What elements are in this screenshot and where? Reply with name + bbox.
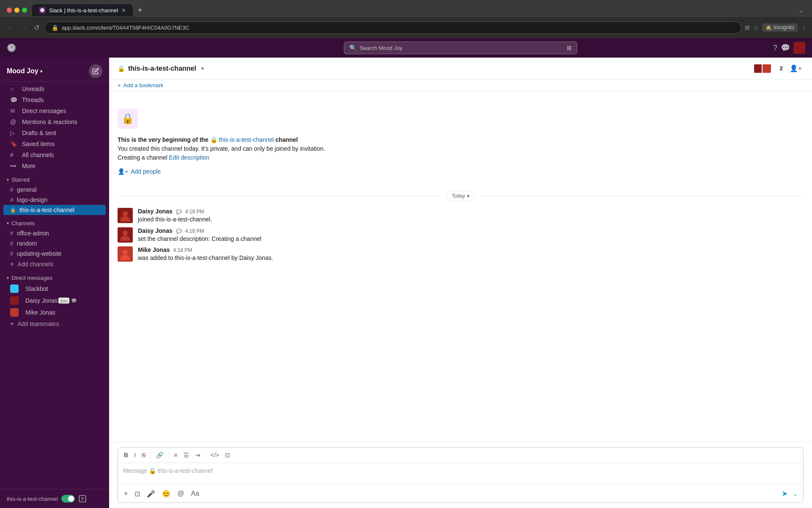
hash-icon-general: # <box>10 186 14 193</box>
channel-name-header: this-is-a-test-channel <box>128 65 196 72</box>
sidebar-channel-general[interactable]: # general <box>3 185 106 195</box>
sidebar-dm-daisy[interactable]: Daisy Jonas you 💬 <box>3 295 106 306</box>
tab-close-btn[interactable]: ✕ <box>121 7 126 14</box>
sidebar-item-mentions[interactable]: @ Mentions & reactions <box>3 116 106 127</box>
message-row: Mike Jonas 4:18 PM was added to this-is-… <box>109 245 812 264</box>
address-bar[interactable]: 🔒 app.slack.com/client/T04A4T58F4H/C04A0… <box>44 22 741 34</box>
search-filter-icon[interactable]: ⊞ <box>567 44 572 51</box>
add-people-btn[interactable]: 👤+ Add people <box>118 166 161 177</box>
code-btn[interactable]: </> <box>208 450 222 460</box>
user-avatar[interactable] <box>793 42 805 54</box>
workspace-name[interactable]: Mood Joy ▾ <box>7 67 85 75</box>
add-channels-plus-icon: + <box>10 260 14 268</box>
sidebar-item-all-channels[interactable]: # All channels <box>3 149 106 160</box>
format-btn[interactable]: Aa <box>189 488 202 500</box>
activity-btn[interactable]: 💬 <box>781 43 790 52</box>
sidebar-channel-logo-design[interactable]: # logo-design <box>3 195 106 205</box>
dm-section-header[interactable]: ▾ Direct messages <box>0 270 109 283</box>
tab-chevron-icon[interactable]: ⌄ <box>798 7 804 14</box>
strikethrough-btn[interactable]: S <box>139 450 148 460</box>
input-text-row[interactable]: Message 🔒 this-is-a-test-channel <box>118 463 803 484</box>
sidebar-channel-updating-website[interactable]: # updating-website <box>3 248 106 259</box>
forward-btn[interactable]: → <box>19 22 29 33</box>
search-input[interactable] <box>360 45 564 51</box>
send-options-btn[interactable]: ⌄ <box>791 487 800 500</box>
new-tab-btn[interactable]: + <box>134 4 146 17</box>
mention-btn[interactable]: @ <box>175 488 187 500</box>
member-count[interactable]: 2 <box>779 65 782 72</box>
member-avatars[interactable] <box>753 64 772 74</box>
link-btn[interactable]: 🔗 <box>154 450 166 460</box>
edit-description-link[interactable]: Edit description <box>169 154 209 161</box>
sidebar-item-drafts[interactable]: ▷ Drafts & sent <box>3 127 106 138</box>
file-btn[interactable]: ⊡ <box>132 488 143 500</box>
bookmark-bar[interactable]: + Add a bookmark <box>109 80 812 91</box>
sidebar-channel-random[interactable]: # random <box>3 238 106 248</box>
channel-header: 🔒 this-is-a-test-channel ▾ 2 👤+ <box>109 58 812 80</box>
more-menu-btn[interactable]: ⋮ <box>801 24 807 31</box>
channel-intro: 🔒 This is the very beginning of the 🔒 th… <box>109 91 812 186</box>
history-btn[interactable]: 🕐 <box>5 41 18 54</box>
saved-icon: 🔖 <box>10 141 19 147</box>
channel-lock-icon: 🔒 <box>118 65 125 72</box>
help-btn[interactable]: ? <box>773 44 777 52</box>
extensions-btn[interactable]: ⊞ <box>745 24 750 31</box>
search-bar[interactable]: 🔍 ⊞ <box>344 41 578 54</box>
channel-toggle[interactable] <box>61 495 75 502</box>
add-people-icon: 👤+ <box>118 168 128 175</box>
sidebar-item-label-mentions: Mentions & reactions <box>22 119 77 125</box>
channels-section-header[interactable]: ▾ Channels <box>0 215 109 228</box>
attach-btn[interactable]: + <box>121 488 130 500</box>
sidebar-channel-test[interactable]: 🔒 this-is-a-test-channel <box>3 205 106 215</box>
sidebar-dm-slackbot[interactable]: Slackbot <box>3 283 106 295</box>
sidebar-item-more[interactable]: ••• More <box>3 160 106 171</box>
ordered-list-btn[interactable]: ≡ <box>171 450 180 460</box>
refresh-btn[interactable]: ↺ <box>32 22 41 33</box>
more-icon: ••• <box>10 163 19 169</box>
nav-bar: ← → ↺ 🔒 app.slack.com/client/T04A4T58F4H… <box>0 17 812 38</box>
indent-btn[interactable]: ⇥ <box>192 450 203 460</box>
add-member-btn[interactable]: 👤+ <box>788 63 804 74</box>
minimize-window-btn[interactable] <box>14 8 19 13</box>
sidebar-dm-mike[interactable]: Mike Jonas <box>3 306 106 318</box>
bookmark-btn[interactable]: ☆ <box>753 24 759 31</box>
search-icon: 🔍 <box>349 44 357 51</box>
today-badge[interactable]: Today ▾ <box>446 191 475 201</box>
intro-channel-link[interactable]: this-is-a-test-channel <box>219 136 274 143</box>
starred-chevron-icon: ▾ <box>7 177 9 182</box>
send-btn[interactable]: ➤ <box>780 487 790 500</box>
add-channels-btn[interactable]: + Add channels <box>3 259 106 270</box>
mentions-icon: @ <box>10 119 19 125</box>
input-bottom-row: + ⊡ 🎤 😊 @ Aa ➤ ⌄ <box>118 484 803 502</box>
starred-section-header[interactable]: ▾ Starred <box>0 171 109 185</box>
sidebar-item-direct-messages-nav[interactable]: ✉ Direct messages <box>3 105 106 116</box>
italic-btn[interactable]: I <box>132 450 138 460</box>
msg-header-2: Daisy Jonas 💬 4:18 PM <box>138 227 804 234</box>
add-teammates-btn[interactable]: + Add teammates <box>3 318 106 329</box>
today-chevron-icon: ▾ <box>467 193 469 199</box>
bold-btn[interactable]: B <box>121 450 131 460</box>
channel-label-test: this-is-a-test-channel <box>19 207 74 213</box>
header-actions: 2 👤+ <box>753 63 804 74</box>
compose-btn[interactable] <box>89 64 102 78</box>
unordered-list-btn[interactable]: ☰ <box>181 450 192 460</box>
footer-channel-status: this-is-a-test-channel <box>7 493 102 505</box>
emoji-btn[interactable]: 😊 <box>159 488 173 500</box>
sidebar-item-saved[interactable]: 🔖 Saved items <box>3 138 106 149</box>
sidebar-item-threads[interactable]: 💬 Threads <box>3 94 106 105</box>
channel-dropdown-icon[interactable]: ▾ <box>201 66 204 72</box>
profile-btn[interactable]: 🕵 Incognito <box>762 23 798 32</box>
close-window-btn[interactable] <box>7 8 12 13</box>
maximize-window-btn[interactable] <box>22 8 27 13</box>
svg-point-7 <box>123 250 128 255</box>
active-tab[interactable]: Slack | this-is-a-test-channel ✕ <box>32 4 133 16</box>
sidebar-channel-office-admin[interactable]: # office-admin <box>3 228 106 238</box>
input-left-actions: + ⊡ 🎤 😊 @ Aa <box>121 488 780 500</box>
tab-favicon-icon <box>39 7 46 14</box>
back-btn[interactable]: ← <box>5 22 15 33</box>
code-block-btn[interactable]: ⊡ <box>222 450 233 460</box>
sidebar-nav: ○ Unreads 💬 Threads ✉ Direct messages @ … <box>0 82 109 489</box>
audio-btn[interactable]: 🎤 <box>144 488 158 500</box>
sidebar-item-unreads[interactable]: ○ Unreads <box>3 83 106 94</box>
input-toolbar-row: B I S 🔗 ≡ ☰ ⇥ </> ⊡ <box>118 447 803 463</box>
